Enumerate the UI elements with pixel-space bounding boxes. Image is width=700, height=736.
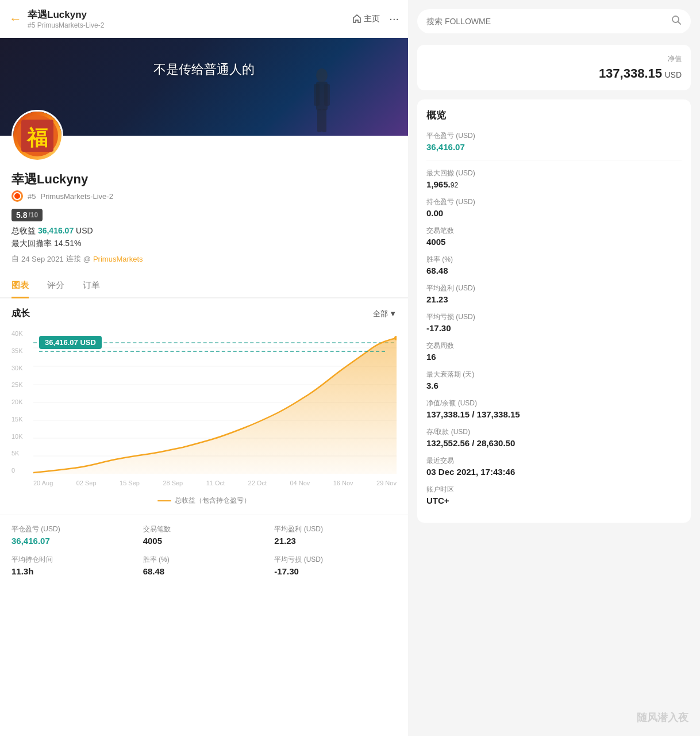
chart-area: 0 5K 10K 15K 20K 25K 30K 35K 40K bbox=[0, 324, 408, 505]
tab-bar: 图表 评分 订单 bbox=[0, 274, 408, 298]
total-profit-unit: USD bbox=[76, 226, 93, 235]
overview-max-drawdown-value: 1,965.92 bbox=[426, 179, 682, 189]
home-icon bbox=[352, 14, 361, 24]
y-label-40k: 40K bbox=[11, 330, 33, 337]
stat-win-rate-value: 68.48 bbox=[143, 566, 266, 576]
overview-deposit-withdraw-label: 存/取款 (USD) bbox=[426, 427, 682, 437]
overview-trade-weeks: 交易周数 16 bbox=[426, 341, 682, 362]
stat-trade-count-label: 交易笔数 bbox=[143, 524, 266, 534]
overview-timezone: 账户时区 UTC+ bbox=[426, 485, 682, 505]
header: ← 幸遇Luckyny #5 PrimusMarkets-Live-2 主页 ·… bbox=[0, 0, 408, 38]
overview-last-trade-label: 最近交易 bbox=[426, 456, 682, 466]
x-label-aug20: 20 Aug bbox=[33, 480, 53, 486]
header-actions: 主页 ··· bbox=[352, 12, 399, 25]
broker-link[interactable]: PrimusMarkets bbox=[93, 255, 143, 263]
overview-trade-weeks-value: 16 bbox=[426, 352, 682, 362]
growth-section-header: 成长 全部 ▼ bbox=[0, 298, 408, 324]
total-profit-row: 总收益 36,416.07 USD bbox=[11, 226, 397, 236]
stat-avg-profit-label: 平均盈利 (USD) bbox=[274, 524, 397, 534]
svg-rect-3 bbox=[324, 84, 330, 106]
stat-avg-hold-value: 11.3h bbox=[11, 566, 134, 576]
overview-trade-count-value: 4005 bbox=[426, 237, 682, 247]
overview-closed-pnl-label: 平仓盈亏 (USD) bbox=[426, 131, 682, 141]
score-badge: 5.8 /10 bbox=[11, 209, 43, 221]
stat-avg-loss-value: -17.30 bbox=[274, 566, 397, 576]
broker-name: PrimusMarkets-Live-2 bbox=[40, 192, 113, 201]
rank-badge bbox=[11, 190, 23, 202]
stat-closed-pnl-value: 36,416.07 bbox=[11, 536, 134, 546]
tab-orders[interactable]: 订单 bbox=[83, 274, 100, 298]
total-profit-value: 36,416.07 bbox=[38, 226, 74, 235]
score-value: 5.8 bbox=[16, 210, 27, 220]
max-drawdown-value: 14.51% bbox=[54, 239, 81, 248]
avatar-area: 福 bbox=[0, 110, 408, 171]
chart-container: 0 5K 10K 15K 20K 25K 30K 35K 40K bbox=[11, 330, 397, 491]
chart-tooltip: 36,416.07 USD bbox=[39, 336, 102, 349]
overview-avg-profit-label: 平均盈利 (USD) bbox=[426, 283, 682, 293]
overview-max-drawdown-label: 最大回撤 (USD) bbox=[426, 168, 682, 178]
stat-closed-pnl: 平仓盈亏 (USD) 36,416.07 bbox=[11, 524, 134, 546]
filter-all-button[interactable]: 全部 ▼ bbox=[373, 309, 397, 319]
profile-rank-row: #5 PrimusMarkets-Live-2 bbox=[11, 190, 397, 202]
x-label-nov29: 29 Nov bbox=[376, 480, 397, 486]
overview-avg-loss: 平均亏损 (USD) -17.30 bbox=[426, 312, 682, 333]
net-value-amount-row: 137,338.15 USD bbox=[426, 66, 682, 81]
home-button[interactable]: 主页 bbox=[352, 14, 380, 24]
y-label-5k: 5K bbox=[11, 450, 33, 457]
overview-open-pnl-label: 持仓盈亏 (USD) bbox=[426, 197, 682, 207]
overview-win-rate-label: 胜率 (%) bbox=[426, 255, 682, 264]
legend-label: 总收益（包含持仓盈亏） bbox=[175, 496, 251, 505]
net-value-label: 净值 bbox=[426, 54, 682, 64]
legend-line-icon bbox=[157, 500, 171, 501]
profile-info: 幸遇Luckyny #5 PrimusMarkets-Live-2 5.8 /1… bbox=[0, 171, 408, 270]
search-bar bbox=[417, 9, 691, 33]
stat-win-rate-label: 胜率 (%) bbox=[143, 555, 266, 565]
back-button[interactable]: ← bbox=[9, 12, 22, 26]
y-label-15k: 15K bbox=[11, 416, 33, 423]
overview-title: 概览 bbox=[426, 109, 682, 122]
x-label-nov16: 16 Nov bbox=[333, 480, 353, 486]
y-axis: 0 5K 10K 15K 20K 25K 30K 35K 40K bbox=[11, 330, 33, 474]
svg-line-19 bbox=[678, 22, 681, 25]
avatar: 福 bbox=[11, 110, 63, 162]
overview-open-pnl-value: 0.00 bbox=[426, 208, 682, 218]
overview-closed-pnl-value: 36,416.07 bbox=[426, 142, 682, 152]
x-label-oct11: 11 Oct bbox=[206, 480, 225, 486]
overview-equity-balance-value: 137,338.15 / 137,338.15 bbox=[426, 409, 682, 419]
stat-avg-loss-label: 平均亏损 (USD) bbox=[274, 555, 397, 565]
banner-text: 不是传给普通人的 bbox=[153, 61, 255, 78]
x-label-oct22: 22 Oct bbox=[248, 480, 267, 486]
overview-card: 概览 平仓盈亏 (USD) 36,416.07 最大回撤 (USD) 1,965… bbox=[417, 99, 691, 523]
overview-timezone-value: UTC+ bbox=[426, 496, 682, 505]
overview-max-decline-label: 最大衰落期 (天) bbox=[426, 370, 682, 379]
avatar-image: 福 bbox=[13, 112, 61, 160]
overview-deposit-withdraw: 存/取款 (USD) 132,552.56 / 28,630.50 bbox=[426, 427, 682, 448]
connect-icon: 自 bbox=[11, 254, 19, 264]
overview-deposit-withdraw-value: 132,552.56 / 28,630.50 bbox=[426, 438, 682, 448]
stat-closed-pnl-label: 平仓盈亏 (USD) bbox=[11, 524, 134, 534]
bottom-stats-grid: 平仓盈亏 (USD) 36,416.07 交易笔数 4005 平均盈利 (USD… bbox=[0, 515, 408, 588]
overview-win-rate-value: 68.48 bbox=[426, 266, 682, 275]
x-label-sep02: 02 Sep bbox=[76, 480, 97, 486]
tab-rating[interactable]: 评分 bbox=[47, 274, 64, 298]
overview-equity-balance: 净值/余额 (USD) 137,338.15 / 137,338.15 bbox=[426, 398, 682, 419]
stat-avg-profit-value: 21.23 bbox=[274, 536, 397, 546]
x-label-sep28: 28 Sep bbox=[163, 480, 183, 486]
more-button[interactable]: ··· bbox=[389, 12, 399, 25]
tab-chart[interactable]: 图表 bbox=[11, 274, 29, 298]
overview-trade-count-label: 交易笔数 bbox=[426, 226, 682, 236]
overview-open-pnl: 持仓盈亏 (USD) 0.00 bbox=[426, 197, 682, 218]
overview-avg-loss-label: 平均亏损 (USD) bbox=[426, 312, 682, 322]
search-input[interactable] bbox=[426, 17, 667, 26]
y-label-35k: 35K bbox=[11, 347, 33, 354]
y-label-10k: 10K bbox=[11, 433, 33, 440]
stat-avg-hold: 平均持仓时间 11.3h bbox=[11, 555, 134, 576]
net-value-currency: USD bbox=[664, 70, 682, 79]
score-out-of: /10 bbox=[28, 211, 38, 219]
y-label-0: 0 bbox=[11, 467, 33, 474]
overview-avg-profit: 平均盈利 (USD) 21.23 bbox=[426, 283, 682, 304]
chart-svg-wrapper: 36,416.07 USD bbox=[33, 330, 397, 474]
overview-win-rate: 胜率 (%) 68.48 bbox=[426, 255, 682, 275]
growth-title: 成长 bbox=[11, 308, 30, 320]
overview-equity-balance-label: 净值/余额 (USD) bbox=[426, 398, 682, 408]
